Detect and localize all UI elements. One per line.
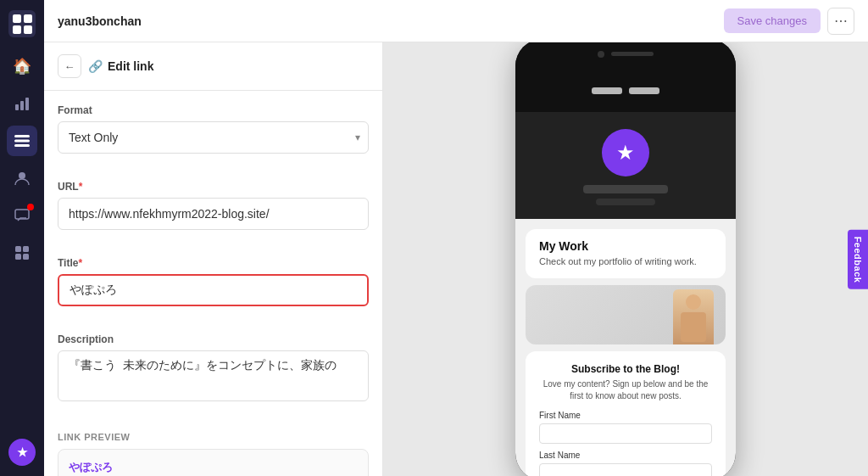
svg-rect-1	[20, 101, 24, 110]
svg-rect-10	[15, 254, 21, 260]
phone-frame: ★ My Work Check out my portfolio of writ…	[515, 42, 736, 476]
format-select[interactable]: Text Only	[58, 121, 369, 154]
link-preview-section: LINK PREVIEW やぽぷろ 「書こう 未来のために」をコンセプトに、家族…	[44, 418, 382, 476]
my-work-desc: Check out my portfolio of writing work.	[539, 255, 712, 268]
description-section: Description 『書こう 未来のために』をコンセプトに、家族の	[44, 320, 382, 418]
phone-nav-rect-2	[629, 87, 659, 94]
format-label: Format	[58, 104, 369, 116]
phone-avatar: ★	[602, 129, 649, 176]
url-section: URL*	[44, 167, 382, 244]
svg-rect-8	[15, 246, 21, 252]
url-input[interactable]	[58, 198, 369, 230]
notification-badge	[27, 204, 34, 210]
last-name-field	[539, 463, 712, 476]
phone-nav-bar	[515, 70, 736, 112]
save-changes-button[interactable]: Save changes	[724, 8, 821, 33]
edit-link-header: ← 🔗 Edit link	[44, 42, 382, 91]
sidebar-item-chart[interactable]	[7, 88, 37, 119]
first-name-field	[539, 423, 712, 444]
preview-title: やぽぷろ	[69, 460, 358, 475]
person-head	[686, 294, 701, 310]
image-card	[526, 285, 726, 344]
svg-rect-5	[14, 144, 30, 147]
more-options-button[interactable]: ⋯	[827, 8, 854, 35]
svg-point-6	[19, 172, 25, 179]
edit-link-title: 🔗 Edit link	[88, 59, 153, 73]
svg-rect-9	[23, 246, 29, 252]
last-name-label: Last Name	[539, 451, 712, 460]
sidebar-item-users[interactable]	[7, 163, 37, 193]
title-section: Title*	[44, 244, 382, 320]
phone-speaker	[611, 52, 654, 56]
svg-rect-11	[23, 254, 29, 260]
back-button[interactable]: ←	[58, 54, 81, 78]
content-row: ← 🔗 Edit link Format Text Only ▾	[44, 42, 868, 476]
my-work-card: My Work Check out my portfolio of writin…	[526, 229, 726, 278]
subscribe-title: Subscribe to the Blog!	[539, 363, 712, 375]
user-avatar[interactable]: ★	[8, 439, 36, 466]
subscribe-card: Subscribe to the Blog! Love my content? …	[526, 351, 726, 476]
top-header: yanu3bonchan Save changes ⋯	[44, 0, 868, 42]
feedback-button[interactable]: Feedback	[848, 229, 868, 289]
first-name-label: First Name	[539, 411, 712, 420]
phone-nav-rect-1	[592, 87, 622, 94]
sidebar-item-integrations[interactable]	[7, 238, 37, 268]
left-panel: ← 🔗 Edit link Format Text Only ▾	[44, 42, 383, 476]
format-select-wrapper: Text Only ▾	[58, 121, 369, 154]
title-label: Title*	[58, 257, 369, 269]
phone-cards-section: My Work Check out my portfolio of writin…	[515, 219, 736, 477]
link-icon: 🔗	[88, 59, 103, 73]
svg-rect-2	[25, 98, 29, 110]
phone-top-bar	[515, 42, 736, 70]
header-actions: Save changes ⋯	[724, 8, 854, 35]
description-input[interactable]: 『書こう 未来のために』をコンセプトに、家族の	[58, 350, 369, 401]
sidebar-item-links[interactable]	[7, 126, 37, 156]
svg-rect-4	[14, 140, 30, 143]
phone-avatar-section: ★	[515, 112, 736, 219]
phone-name-blur	[583, 185, 668, 193]
main-content: yanu3bonchan Save changes ⋯ ← 🔗 Edit lin…	[44, 0, 868, 476]
sidebar-item-home[interactable]: 🏠	[7, 51, 37, 81]
right-panel: ★ My Work Check out my portfolio of writ…	[383, 42, 868, 476]
url-label: URL*	[58, 181, 369, 193]
person-body	[681, 312, 706, 342]
phone-screen: ★ My Work Check out my portfolio of writ…	[515, 70, 736, 477]
description-label: Description	[58, 333, 369, 345]
phone-camera	[598, 51, 604, 58]
subscribe-desc: Love my content? Sign up below and be th…	[539, 378, 712, 402]
sidebar: 🏠 ★	[0, 0, 44, 476]
username-label: yanu3bonchan	[58, 14, 724, 28]
svg-rect-0	[15, 104, 19, 110]
link-preview-label: LINK PREVIEW	[58, 432, 369, 442]
feedback-wrapper: Feedback	[848, 229, 868, 289]
person-image	[673, 289, 714, 344]
sidebar-item-messages[interactable]	[7, 200, 37, 231]
phone-sub-blur	[596, 199, 655, 205]
title-input[interactable]	[58, 274, 369, 306]
sidebar-bottom: ★	[8, 439, 36, 466]
my-work-title: My Work	[539, 239, 712, 253]
link-preview-card: やぽぷろ 「書こう 未来のために」をコンセプトに、家族の時間を増やしたい方に向け…	[58, 449, 369, 476]
app-logo[interactable]	[8, 10, 36, 37]
format-section: Format Text Only ▾	[44, 91, 382, 154]
svg-rect-3	[14, 135, 30, 137]
